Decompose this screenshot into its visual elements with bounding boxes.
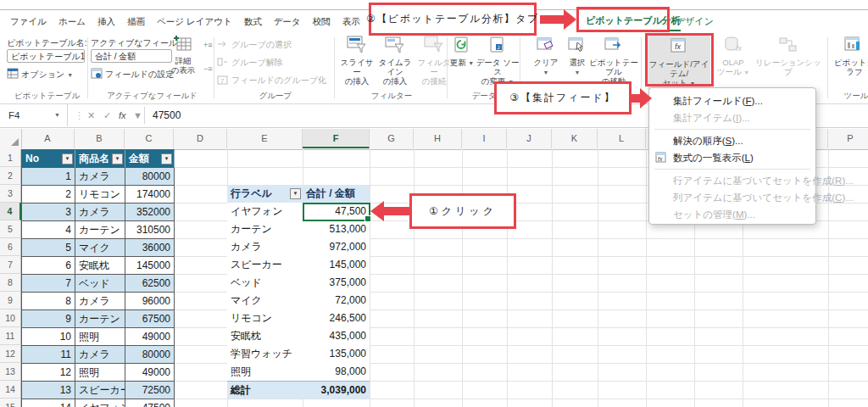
row-header-15[interactable]: 15 — [0, 399, 21, 407]
pivot-value-cell[interactable]: 98,000 — [303, 363, 370, 381]
row-header-14[interactable]: 14 — [0, 381, 21, 399]
row-header-6[interactable]: 6 — [0, 238, 21, 256]
filter-dropdown-icon[interactable]: ▼ — [161, 153, 172, 164]
drill-button[interactable]: 詳細 の表示 — [166, 36, 200, 75]
column-header-I[interactable]: I — [462, 129, 507, 148]
ribbon-tab[interactable]: 数式 — [241, 16, 265, 28]
refresh-button[interactable]: 更新 ▼ — [445, 36, 479, 68]
select-all-corner[interactable] — [0, 129, 22, 148]
move-pivottable-button[interactable]: ピボットテーブル の移動 — [588, 36, 639, 86]
pivot-row-label[interactable]: ベッド — [227, 274, 303, 292]
table-cell[interactable]: 14 — [22, 399, 75, 407]
row-header-10[interactable]: 10 — [0, 309, 21, 327]
active-field-input[interactable]: 合計 / 金額 — [91, 49, 172, 63]
change-data-source-button[interactable]: J データ ソース の変更 ▼ — [476, 36, 520, 86]
table-cell[interactable]: 3 — [22, 204, 75, 221]
collapse-field-icon[interactable]: −≡ — [203, 64, 213, 73]
table-cell[interactable]: カメラ — [75, 168, 125, 186]
table-cell[interactable]: カーテン — [75, 221, 125, 239]
column-header-A[interactable]: A — [21, 129, 75, 148]
menu-item[interactable]: 集計フィールド(F)... — [649, 92, 815, 109]
filter-dropdown-icon[interactable]: ▼ — [112, 153, 123, 164]
column-header-L[interactable]: L — [598, 129, 646, 148]
pivot-row-label[interactable]: カーテン — [227, 220, 303, 238]
row-header-7[interactable]: 7 — [0, 256, 21, 274]
pivot-value-cell[interactable]: 47,500 — [303, 203, 370, 220]
pivot-row-label[interactable]: スピーカー — [227, 256, 303, 274]
column-header-H[interactable]: H — [414, 129, 462, 148]
expand-field-icon[interactable]: +≡ — [203, 41, 213, 49]
name-box[interactable]: F4▼ — [0, 104, 68, 126]
table-cell[interactable]: 67500 — [125, 310, 175, 328]
column-header-D[interactable]: D — [174, 129, 227, 148]
table-cell[interactable]: 49000 — [125, 328, 175, 346]
table-cell[interactable]: 4 — [22, 221, 75, 239]
table-cell[interactable]: 352000 — [125, 204, 175, 221]
row-header-3[interactable]: 3 — [0, 185, 21, 203]
row-header-8[interactable]: 8 — [0, 274, 21, 292]
column-header-C[interactable]: C — [125, 129, 174, 148]
table-cell[interactable]: 照明 — [75, 364, 125, 382]
enter-icon[interactable]: ✓ — [103, 104, 111, 126]
table-cell[interactable]: 10 — [22, 328, 75, 346]
table-cell[interactable]: 11 — [22, 346, 75, 364]
pivot-row-label-header[interactable]: 行ラベル▼ — [227, 185, 303, 203]
tab-pivottable-analyze[interactable]: ピボットテーブル分析 — [586, 14, 681, 31]
table-cell[interactable]: 49000 — [125, 364, 175, 382]
column-header-G[interactable]: G — [370, 129, 414, 148]
pivot-value-cell[interactable]: 145,000 — [303, 256, 370, 274]
row-header-4[interactable]: 4 — [0, 203, 21, 220]
pivot-value-cell[interactable]: 972,000 — [303, 238, 370, 256]
table-header-cell[interactable]: No▼ — [22, 150, 75, 168]
row-header-9[interactable]: 9 — [0, 292, 21, 309]
ribbon-tab[interactable]: データ — [270, 16, 304, 28]
cancel-icon[interactable]: ✕ — [87, 104, 95, 126]
insert-slicer-button[interactable]: スライサー の挿入 — [337, 36, 376, 86]
table-cell[interactable]: カメラ — [75, 204, 125, 221]
table-cell[interactable]: 62500 — [125, 275, 175, 293]
ribbon-tab[interactable]: ファイル — [7, 16, 50, 28]
table-cell[interactable]: 照明 — [75, 328, 125, 346]
table-cell[interactable]: 145000 — [125, 257, 175, 275]
table-cell[interactable]: 72500 — [125, 382, 175, 399]
pivot-value-cell[interactable]: 72,000 — [303, 292, 370, 309]
table-cell[interactable]: ベッド — [75, 275, 125, 293]
pivot-row-label[interactable]: イヤフォン — [227, 203, 303, 220]
ribbon-tab[interactable]: 校閲 — [309, 16, 334, 28]
table-cell[interactable]: 5 — [22, 239, 75, 257]
pivot-value-cell[interactable]: 135,000 — [303, 345, 370, 363]
table-cell[interactable]: 13 — [22, 382, 75, 399]
table-cell[interactable]: 174000 — [125, 186, 175, 204]
tab-design[interactable]: デザイン — [676, 15, 714, 28]
table-cell[interactable]: 8 — [22, 293, 75, 310]
column-header-F[interactable]: F — [303, 129, 370, 148]
menu-item[interactable]: fx数式の一覧表示(L) — [649, 149, 815, 166]
ribbon-tab[interactable]: 表示 — [339, 16, 364, 28]
pivot-row-label[interactable]: マイク — [227, 292, 303, 309]
filter-dropdown-icon[interactable]: ▼ — [290, 188, 301, 199]
column-header-K[interactable]: K — [552, 129, 598, 148]
table-cell[interactable]: 12 — [22, 364, 75, 382]
ribbon-tab[interactable]: 挿入 — [94, 16, 119, 28]
pivot-value-cell[interactable]: 513,000 — [303, 220, 370, 238]
field-settings-button[interactable]: フィールドの設定 — [91, 68, 174, 81]
row-header-12[interactable]: 12 — [0, 345, 21, 363]
pivot-value-cell[interactable]: 375,000 — [303, 274, 370, 292]
table-cell[interactable]: マイク — [75, 239, 125, 257]
pivot-row-label[interactable]: 安眠枕 — [227, 327, 303, 345]
pivot-value-cell[interactable]: 435,000 — [303, 327, 370, 345]
formula-input[interactable]: 47500 — [153, 104, 181, 126]
table-cell[interactable]: カメラ — [75, 346, 125, 364]
table-header-cell[interactable]: 商品名▼ — [75, 150, 125, 168]
pivot-row-label[interactable]: 照明 — [227, 363, 303, 381]
pivot-value-cell[interactable]: 246,500 — [303, 309, 370, 327]
column-header-E[interactable]: E — [227, 129, 303, 148]
table-cell[interactable]: 96000 — [125, 293, 175, 310]
clear-button[interactable]: クリア▼ — [530, 36, 562, 77]
row-header-2[interactable]: 2 — [0, 167, 21, 185]
table-cell[interactable]: 80000 — [125, 346, 175, 364]
table-cell[interactable]: スピーカー — [75, 382, 125, 399]
table-cell[interactable]: 80000 — [125, 168, 175, 186]
table-cell[interactable]: カーテン — [75, 310, 125, 328]
insert-timeline-button[interactable]: タイムライン の挿入 — [376, 36, 415, 86]
